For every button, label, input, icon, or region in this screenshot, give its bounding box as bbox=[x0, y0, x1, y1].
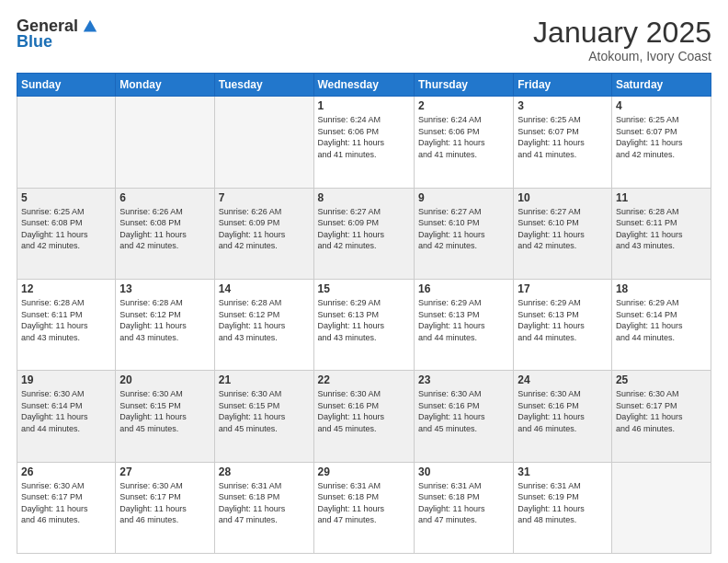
calendar-cell: 26Sunrise: 6:30 AMSunset: 6:17 PMDayligh… bbox=[17, 462, 116, 553]
calendar-cell bbox=[17, 97, 116, 188]
calendar-cell: 8Sunrise: 6:27 AMSunset: 6:09 PMDaylight… bbox=[313, 188, 414, 279]
calendar-cell: 24Sunrise: 6:30 AMSunset: 6:16 PMDayligh… bbox=[514, 371, 612, 462]
header: General Blue January 2025 Atokoum, Ivory… bbox=[17, 17, 711, 63]
calendar-cell: 6Sunrise: 6:26 AMSunset: 6:08 PMDaylight… bbox=[116, 188, 214, 279]
calendar-cell: 11Sunrise: 6:28 AMSunset: 6:11 PMDayligh… bbox=[611, 188, 711, 279]
day-info: Sunrise: 6:28 AMSunset: 6:12 PMDaylight:… bbox=[119, 297, 210, 343]
day-number: 5 bbox=[21, 191, 111, 204]
calendar-week-row: 1Sunrise: 6:24 AMSunset: 6:06 PMDaylight… bbox=[17, 97, 711, 188]
calendar-cell: 9Sunrise: 6:27 AMSunset: 6:10 PMDaylight… bbox=[414, 188, 513, 279]
day-info: Sunrise: 6:25 AMSunset: 6:08 PMDaylight:… bbox=[21, 206, 111, 252]
day-info: Sunrise: 6:30 AMSunset: 6:17 PMDaylight:… bbox=[616, 388, 707, 434]
calendar-cell bbox=[611, 462, 711, 553]
calendar-cell: 18Sunrise: 6:29 AMSunset: 6:14 PMDayligh… bbox=[611, 279, 711, 370]
calendar-cell bbox=[116, 97, 214, 188]
calendar-cell bbox=[214, 97, 313, 188]
svg-marker-0 bbox=[84, 19, 97, 31]
day-number: 22 bbox=[318, 373, 410, 386]
day-number: 21 bbox=[219, 373, 310, 386]
calendar-cell: 15Sunrise: 6:29 AMSunset: 6:13 PMDayligh… bbox=[313, 279, 414, 370]
calendar-cell: 4Sunrise: 6:25 AMSunset: 6:07 PMDaylight… bbox=[611, 97, 711, 188]
day-number: 2 bbox=[418, 99, 509, 112]
day-info: Sunrise: 6:26 AMSunset: 6:08 PMDaylight:… bbox=[119, 206, 210, 252]
day-number: 14 bbox=[219, 282, 310, 295]
subtitle: Atokoum, Ivory Coast bbox=[533, 49, 711, 63]
calendar-cell: 27Sunrise: 6:30 AMSunset: 6:17 PMDayligh… bbox=[116, 462, 214, 553]
col-header-wednesday: Wednesday bbox=[313, 74, 414, 97]
day-number: 19 bbox=[21, 373, 111, 386]
col-header-thursday: Thursday bbox=[414, 74, 513, 97]
day-info: Sunrise: 6:25 AMSunset: 6:07 PMDaylight:… bbox=[616, 114, 707, 160]
day-number: 10 bbox=[518, 191, 608, 204]
day-number: 25 bbox=[616, 373, 707, 386]
day-info: Sunrise: 6:25 AMSunset: 6:07 PMDaylight:… bbox=[518, 114, 608, 160]
day-number: 6 bbox=[119, 191, 210, 204]
day-number: 15 bbox=[318, 282, 410, 295]
calendar-cell: 2Sunrise: 6:24 AMSunset: 6:06 PMDaylight… bbox=[414, 97, 513, 188]
calendar-cell: 10Sunrise: 6:27 AMSunset: 6:10 PMDayligh… bbox=[514, 188, 612, 279]
day-info: Sunrise: 6:31 AMSunset: 6:19 PMDaylight:… bbox=[518, 480, 608, 526]
logo-icon bbox=[82, 18, 98, 35]
col-header-monday: Monday bbox=[116, 74, 214, 97]
calendar-cell: 21Sunrise: 6:30 AMSunset: 6:15 PMDayligh… bbox=[214, 371, 313, 462]
day-number: 20 bbox=[119, 373, 210, 386]
day-info: Sunrise: 6:24 AMSunset: 6:06 PMDaylight:… bbox=[318, 114, 410, 160]
calendar-cell: 13Sunrise: 6:28 AMSunset: 6:12 PMDayligh… bbox=[116, 279, 214, 370]
day-info: Sunrise: 6:29 AMSunset: 6:13 PMDaylight:… bbox=[518, 297, 608, 343]
day-number: 18 bbox=[616, 282, 707, 295]
day-number: 11 bbox=[616, 191, 707, 204]
logo-blue: Blue bbox=[17, 32, 52, 52]
col-header-tuesday: Tuesday bbox=[214, 74, 313, 97]
day-info: Sunrise: 6:31 AMSunset: 6:18 PMDaylight:… bbox=[219, 480, 310, 526]
day-info: Sunrise: 6:31 AMSunset: 6:18 PMDaylight:… bbox=[418, 480, 509, 526]
day-info: Sunrise: 6:31 AMSunset: 6:18 PMDaylight:… bbox=[318, 480, 410, 526]
calendar-week-row: 19Sunrise: 6:30 AMSunset: 6:14 PMDayligh… bbox=[17, 371, 711, 462]
day-info: Sunrise: 6:30 AMSunset: 6:16 PMDaylight:… bbox=[418, 388, 509, 434]
day-number: 23 bbox=[418, 373, 509, 386]
calendar-cell: 17Sunrise: 6:29 AMSunset: 6:13 PMDayligh… bbox=[514, 279, 612, 370]
calendar-cell: 16Sunrise: 6:29 AMSunset: 6:13 PMDayligh… bbox=[414, 279, 513, 370]
calendar-week-row: 5Sunrise: 6:25 AMSunset: 6:08 PMDaylight… bbox=[17, 188, 711, 279]
calendar-cell: 28Sunrise: 6:31 AMSunset: 6:18 PMDayligh… bbox=[214, 462, 313, 553]
calendar-cell: 29Sunrise: 6:31 AMSunset: 6:18 PMDayligh… bbox=[313, 462, 414, 553]
calendar-week-row: 26Sunrise: 6:30 AMSunset: 6:17 PMDayligh… bbox=[17, 462, 711, 553]
day-number: 17 bbox=[518, 282, 608, 295]
day-info: Sunrise: 6:30 AMSunset: 6:16 PMDaylight:… bbox=[318, 388, 410, 434]
day-info: Sunrise: 6:29 AMSunset: 6:14 PMDaylight:… bbox=[616, 297, 707, 343]
calendar-cell: 5Sunrise: 6:25 AMSunset: 6:08 PMDaylight… bbox=[17, 188, 116, 279]
calendar-header-row: SundayMondayTuesdayWednesdayThursdayFrid… bbox=[17, 74, 711, 97]
calendar-cell: 14Sunrise: 6:28 AMSunset: 6:12 PMDayligh… bbox=[214, 279, 313, 370]
day-number: 26 bbox=[21, 465, 111, 478]
day-number: 16 bbox=[418, 282, 509, 295]
calendar-cell: 20Sunrise: 6:30 AMSunset: 6:15 PMDayligh… bbox=[116, 371, 214, 462]
calendar-cell: 7Sunrise: 6:26 AMSunset: 6:09 PMDaylight… bbox=[214, 188, 313, 279]
calendar-cell: 3Sunrise: 6:25 AMSunset: 6:07 PMDaylight… bbox=[514, 97, 612, 188]
day-info: Sunrise: 6:30 AMSunset: 6:15 PMDaylight:… bbox=[219, 388, 310, 434]
day-info: Sunrise: 6:29 AMSunset: 6:13 PMDaylight:… bbox=[418, 297, 509, 343]
col-header-sunday: Sunday bbox=[17, 74, 116, 97]
calendar-cell: 19Sunrise: 6:30 AMSunset: 6:14 PMDayligh… bbox=[17, 371, 116, 462]
day-number: 4 bbox=[616, 99, 707, 112]
day-number: 30 bbox=[418, 465, 509, 478]
day-info: Sunrise: 6:27 AMSunset: 6:09 PMDaylight:… bbox=[318, 206, 410, 252]
day-info: Sunrise: 6:27 AMSunset: 6:10 PMDaylight:… bbox=[518, 206, 608, 252]
day-number: 27 bbox=[119, 465, 210, 478]
calendar-cell: 25Sunrise: 6:30 AMSunset: 6:17 PMDayligh… bbox=[611, 371, 711, 462]
day-info: Sunrise: 6:29 AMSunset: 6:13 PMDaylight:… bbox=[318, 297, 410, 343]
logo-area: General Blue bbox=[17, 17, 98, 52]
day-info: Sunrise: 6:26 AMSunset: 6:09 PMDaylight:… bbox=[219, 206, 310, 252]
day-number: 1 bbox=[318, 99, 410, 112]
calendar-cell: 30Sunrise: 6:31 AMSunset: 6:18 PMDayligh… bbox=[414, 462, 513, 553]
day-info: Sunrise: 6:30 AMSunset: 6:14 PMDaylight:… bbox=[21, 388, 111, 434]
day-number: 12 bbox=[21, 282, 111, 295]
col-header-friday: Friday bbox=[514, 74, 612, 97]
calendar-cell: 12Sunrise: 6:28 AMSunset: 6:11 PMDayligh… bbox=[17, 279, 116, 370]
day-info: Sunrise: 6:24 AMSunset: 6:06 PMDaylight:… bbox=[418, 114, 509, 160]
month-title: January 2025 bbox=[533, 17, 711, 49]
title-area: January 2025 Atokoum, Ivory Coast bbox=[533, 17, 711, 63]
col-header-saturday: Saturday bbox=[611, 74, 711, 97]
calendar-week-row: 12Sunrise: 6:28 AMSunset: 6:11 PMDayligh… bbox=[17, 279, 711, 370]
day-info: Sunrise: 6:30 AMSunset: 6:15 PMDaylight:… bbox=[119, 388, 210, 434]
day-info: Sunrise: 6:28 AMSunset: 6:11 PMDaylight:… bbox=[21, 297, 111, 343]
calendar-cell: 1Sunrise: 6:24 AMSunset: 6:06 PMDaylight… bbox=[313, 97, 414, 188]
